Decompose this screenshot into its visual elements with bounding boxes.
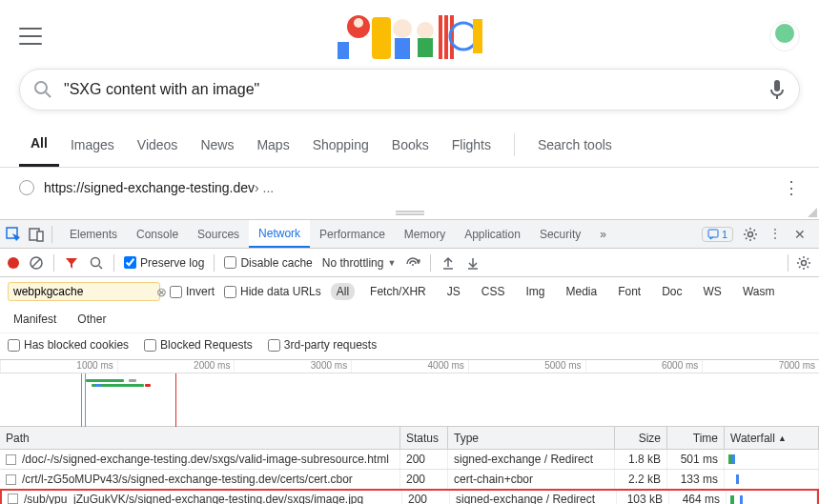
type-js[interactable]: JS	[441, 283, 466, 300]
hide-urls-checkbox[interactable]: Hide data URLs	[224, 285, 321, 298]
svg-point-26	[412, 264, 414, 266]
svg-rect-9	[444, 15, 448, 59]
ov-tick: 3000 ms	[234, 360, 351, 373]
panel-console[interactable]: Console	[127, 220, 188, 248]
result-crumb: › ...	[255, 180, 274, 195]
menu-icon[interactable]	[19, 28, 42, 45]
table-row[interactable]: /crt/l-zG5oMUPv43/s/signed-exchange-test…	[0, 470, 819, 490]
network-conditions-icon[interactable]	[405, 255, 420, 271]
row-status: 200	[400, 470, 448, 489]
upload-icon[interactable]	[440, 255, 456, 271]
type-font[interactable]: Font	[612, 283, 646, 300]
type-manifest[interactable]: Manifest	[8, 311, 62, 328]
tab-all[interactable]: All	[19, 122, 59, 167]
tab-books[interactable]: Books	[380, 124, 440, 166]
record-button[interactable]	[8, 257, 19, 269]
row-time: 464 ms	[669, 491, 727, 504]
search-icon	[33, 80, 52, 99]
filter-icon[interactable]	[64, 255, 79, 271]
type-media[interactable]: Media	[560, 283, 603, 300]
devtools-drag-handle[interactable]	[0, 208, 819, 219]
tab-shopping[interactable]: Shopping	[301, 124, 380, 166]
panel-application[interactable]: Application	[455, 220, 530, 248]
google-doodle[interactable]	[334, 10, 486, 63]
svg-rect-20	[708, 230, 718, 237]
panel-performance[interactable]: Performance	[310, 220, 395, 248]
invert-checkbox[interactable]: Invert	[170, 285, 215, 298]
search-tools[interactable]: Search tools	[526, 124, 624, 166]
svg-point-4	[393, 19, 412, 38]
search-result[interactable]: https://signed-exchange-testing.dev › ..…	[0, 168, 819, 208]
download-icon[interactable]	[465, 255, 481, 271]
network-settings-icon[interactable]	[796, 255, 811, 271]
col-status[interactable]: Status	[400, 427, 448, 449]
panel-security[interactable]: Security	[530, 220, 590, 248]
svg-rect-5	[395, 38, 410, 59]
svg-point-13	[35, 82, 47, 93]
tab-news[interactable]: News	[189, 124, 245, 166]
more-icon[interactable]: ⋮	[768, 227, 783, 242]
type-ws[interactable]: WS	[698, 283, 727, 300]
col-time[interactable]: Time	[667, 427, 725, 449]
search-input[interactable]	[64, 81, 768, 98]
type-img[interactable]: Img	[520, 283, 550, 300]
col-waterfall[interactable]: Waterfall▲	[725, 427, 819, 449]
disable-cache[interactable]: Disable cache	[224, 256, 312, 270]
search-box[interactable]	[19, 69, 800, 111]
panel-memory[interactable]: Memory	[395, 220, 455, 248]
close-icon[interactable]: ✕	[792, 227, 808, 242]
svg-point-24	[92, 257, 100, 266]
result-more-icon[interactable]: ⋮	[783, 177, 800, 198]
type-css[interactable]: CSS	[476, 283, 511, 300]
type-wasm[interactable]: Wasm	[737, 283, 781, 300]
tab-flights[interactable]: Flights	[440, 124, 502, 166]
svg-rect-12	[473, 19, 482, 53]
row-type: signed-exchange / Redirect	[448, 450, 615, 469]
blocked-requests-checkbox[interactable]: Blocked Requests	[144, 338, 253, 352]
table-row[interactable]: /sub/ypu_jZuGukVK/s/signed-exchange-test…	[0, 489, 819, 504]
svg-rect-8	[439, 15, 442, 59]
filter-row-2: Has blocked cookies Blocked Requests 3rd…	[0, 333, 819, 360]
preserve-log[interactable]: Preserve log	[124, 256, 204, 270]
issues-chip[interactable]: 1	[702, 227, 733, 242]
svg-rect-0	[338, 42, 349, 59]
panel-network[interactable]: Network	[249, 220, 310, 248]
row-type: signed-exchange / Redirect	[450, 491, 617, 504]
clear-icon[interactable]	[29, 255, 44, 271]
search-filter-icon[interactable]	[89, 255, 104, 271]
tab-videos[interactable]: Videos	[126, 124, 190, 166]
inspect-icon[interactable]	[6, 227, 21, 242]
row-time: 501 ms	[667, 450, 725, 469]
tab-maps[interactable]: Maps	[245, 124, 300, 166]
svg-rect-19	[37, 232, 43, 241]
mic-icon[interactable]	[768, 78, 786, 101]
clear-filter-icon[interactable]: ⊗	[156, 285, 167, 299]
type-other[interactable]: Other	[72, 311, 112, 328]
type-doc[interactable]: Doc	[656, 283, 687, 300]
table-row[interactable]: /doc/-/s/signed-exchange-testing.dev/sxg…	[0, 450, 819, 470]
user-avatar[interactable]	[769, 21, 800, 51]
network-overview[interactable]: 1000 ms 2000 ms 3000 ms 4000 ms 5000 ms …	[0, 360, 819, 427]
col-path[interactable]: Path	[0, 427, 400, 449]
svg-line-14	[46, 92, 51, 97]
device-icon[interactable]	[29, 227, 44, 242]
panel-sources[interactable]: Sources	[188, 220, 249, 248]
panel-elements[interactable]: Elements	[60, 220, 127, 248]
throttling-select[interactable]: No throttling▼	[322, 256, 397, 270]
devtools: Elements Console Sources Network Perform…	[0, 219, 819, 504]
row-checkbox-icon	[6, 454, 16, 465]
col-type[interactable]: Type	[448, 427, 615, 449]
type-all[interactable]: All	[331, 283, 355, 300]
col-size[interactable]: Size	[615, 427, 667, 449]
row-checkbox-icon	[8, 494, 18, 504]
table-header: Path Status Type Size Time Waterfall▲	[0, 427, 819, 450]
svg-point-21	[748, 232, 753, 236]
type-fetch[interactable]: Fetch/XHR	[364, 283, 432, 300]
filter-input[interactable]	[13, 285, 156, 298]
settings-icon[interactable]	[743, 227, 758, 242]
panel-more[interactable]: »	[590, 220, 616, 248]
row-size: 103 kB	[617, 491, 669, 504]
blocked-cookies-checkbox[interactable]: Has blocked cookies	[8, 338, 129, 352]
tab-images[interactable]: Images	[59, 124, 126, 166]
third-party-checkbox[interactable]: 3rd-party requests	[268, 338, 377, 352]
